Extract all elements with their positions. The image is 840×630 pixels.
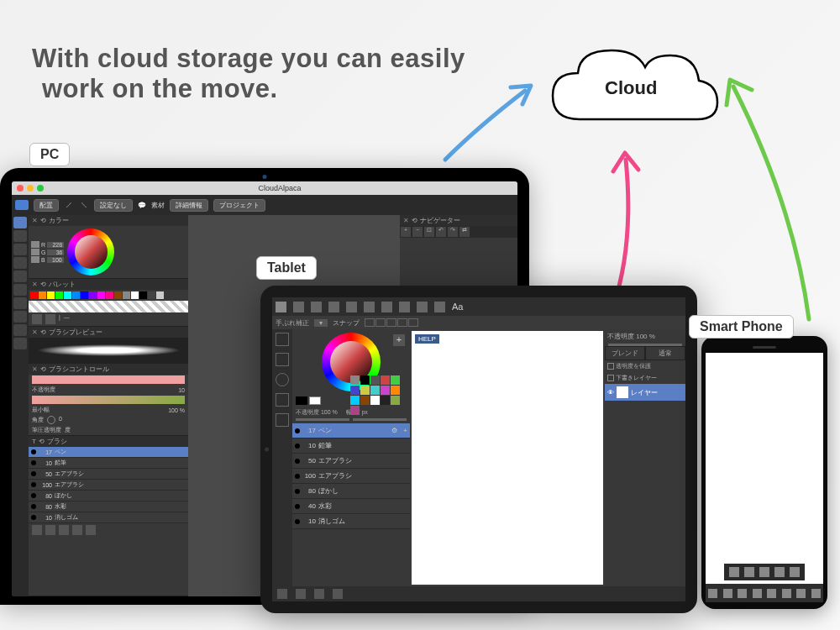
correction-dropdown[interactable]: ▾ (314, 319, 328, 327)
bg-color[interactable] (309, 396, 321, 405)
brush-item[interactable]: 17ペン⚙+ (292, 423, 410, 438)
brush-add-icon[interactable] (32, 525, 42, 535)
phone-brush-icon[interactable] (708, 589, 717, 598)
swatch[interactable] (381, 375, 390, 385)
transform-icon[interactable] (399, 302, 410, 312)
up-icon[interactable] (276, 393, 289, 407)
brush-tool-icon[interactable] (13, 217, 27, 228)
settings-button[interactable]: 設定なし (94, 199, 133, 212)
brush-item[interactable]: 80ぼかし (29, 491, 188, 501)
gradient-icon[interactable] (346, 302, 357, 312)
snap-perspective-icon[interactable] (375, 318, 386, 327)
fit-icon[interactable]: ⊡ (424, 227, 434, 237)
swatch[interactable] (381, 396, 390, 405)
brush-del-icon[interactable] (59, 525, 69, 535)
swatch[interactable] (360, 396, 370, 405)
minimize-button[interactable] (27, 185, 34, 192)
select-tool-icon[interactable] (13, 270, 27, 282)
tablet-canvas[interactable]: HELP (412, 331, 603, 585)
brush-dup-icon[interactable] (45, 525, 55, 535)
move-tool-icon[interactable] (13, 244, 27, 255)
snap-curve-icon[interactable] (408, 318, 418, 327)
layer-item[interactable]: 👁レイヤー (605, 384, 685, 401)
brush-item[interactable]: 10消しゴム (292, 514, 410, 529)
swatch[interactable] (391, 396, 400, 405)
brush-item[interactable]: 17ペン (29, 447, 188, 458)
help-badge[interactable]: HELP (415, 334, 439, 344)
fill-icon[interactable] (328, 302, 339, 312)
swatch[interactable] (97, 291, 105, 299)
phone-settings-icon[interactable] (811, 589, 821, 598)
swatch[interactable] (47, 291, 55, 299)
fill-tool-icon[interactable] (13, 257, 27, 269)
draft-checkbox[interactable] (607, 375, 614, 381)
swatch[interactable] (123, 291, 130, 299)
swatch[interactable] (148, 291, 155, 299)
phone-hand-icon[interactable] (782, 589, 791, 598)
swatch[interactable] (360, 386, 370, 395)
line-icon[interactable] (293, 302, 304, 312)
swatch[interactable] (114, 291, 122, 299)
b-value[interactable]: 100 (47, 257, 64, 263)
swatch[interactable] (370, 375, 380, 385)
swatch[interactable] (89, 291, 97, 299)
rotate-right-icon[interactable]: ↷ (448, 227, 458, 237)
swatch[interactable] (370, 386, 380, 395)
swatch[interactable] (381, 386, 390, 395)
swatch[interactable] (350, 375, 360, 385)
brush-item[interactable]: 40水彩 (292, 499, 410, 514)
wand-icon[interactable] (381, 302, 392, 312)
palette-load-icon[interactable] (45, 314, 55, 324)
swatch[interactable] (391, 375, 400, 385)
info-button[interactable]: 詳細情報 (170, 199, 208, 212)
brush-item[interactable]: 100エアブラシ (29, 480, 188, 491)
rect-icon[interactable] (311, 302, 322, 312)
flip-icon[interactable]: ⇄ (459, 227, 470, 237)
width-slider[interactable] (353, 418, 407, 421)
swatch[interactable] (30, 291, 38, 299)
snap-radial-icon[interactable] (386, 318, 396, 327)
protect-alpha-checkbox[interactable] (607, 363, 614, 370)
menu-icon[interactable] (333, 589, 343, 599)
swatch[interactable] (106, 291, 113, 299)
swatch[interactable] (64, 291, 71, 299)
phone-palette-icon[interactable] (738, 589, 747, 598)
rotate-left-icon[interactable]: ↶ (436, 227, 446, 237)
swatch[interactable] (81, 291, 88, 299)
brush-down-icon[interactable] (86, 525, 96, 535)
circle-icon[interactable] (276, 373, 289, 386)
brush-item[interactable]: 80水彩 (29, 501, 188, 512)
brush-item[interactable]: 80ぼかし (292, 484, 410, 499)
select-icon[interactable] (364, 302, 375, 312)
phone-select-icon[interactable] (759, 567, 769, 577)
swatch[interactable] (350, 386, 360, 395)
swatch[interactable] (39, 291, 46, 299)
eyedropper-icon[interactable] (13, 324, 27, 336)
brush-item[interactable]: 10消しゴム (29, 512, 188, 523)
material-button[interactable]: 素材 (151, 201, 165, 210)
phone-redo-icon[interactable] (767, 589, 776, 598)
swatch[interactable] (350, 406, 360, 415)
zoom-out-icon[interactable]: − (412, 227, 423, 237)
opacity-slider[interactable] (296, 418, 349, 421)
snap-vanish-icon[interactable] (397, 318, 407, 327)
brush-item[interactable]: 50エアブラシ (292, 454, 410, 469)
hand-tool-icon[interactable] (13, 338, 27, 349)
close-button[interactable] (17, 185, 24, 192)
add-palette-icon[interactable]: + (393, 334, 405, 346)
g-value[interactable]: 36 (47, 249, 64, 255)
r-value[interactable]: 228 (47, 242, 64, 248)
crop-icon[interactable] (277, 589, 287, 599)
phone-move-icon[interactable] (790, 567, 800, 577)
lasso-tool-icon[interactable] (13, 284, 27, 296)
grid-icon[interactable] (314, 589, 324, 599)
fg-color[interactable] (296, 396, 307, 405)
phone-eraser2-icon[interactable] (723, 589, 732, 598)
swatch[interactable] (370, 396, 380, 405)
swatch[interactable] (139, 291, 147, 299)
brush-item[interactable]: 50エアブラシ (29, 469, 188, 480)
phone-pen-icon[interactable] (729, 567, 739, 577)
opacity-bar[interactable] (32, 375, 185, 384)
maximize-button[interactable] (37, 185, 44, 192)
snap-grid-icon[interactable] (365, 318, 375, 327)
